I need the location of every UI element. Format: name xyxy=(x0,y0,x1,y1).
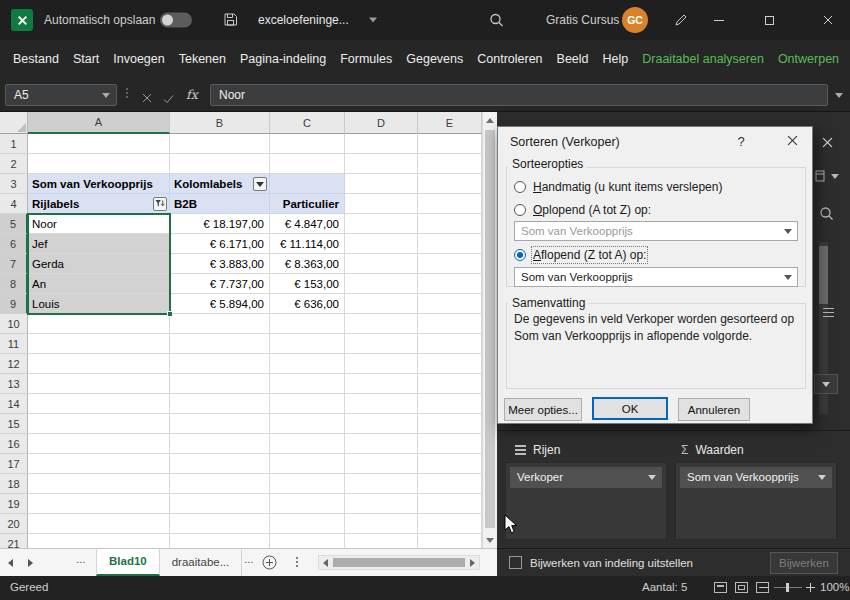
cell-C16[interactable] xyxy=(270,434,345,454)
cell-C11[interactable] xyxy=(270,334,345,354)
vertical-scrollbar[interactable] xyxy=(482,112,497,548)
maximize-button[interactable] xyxy=(752,0,786,40)
insert-function-button[interactable]: fx xyxy=(186,87,198,102)
column-header-A[interactable]: A xyxy=(28,112,170,134)
radio-ascending[interactable] xyxy=(514,204,526,216)
ribbon-tab-ontwerpen[interactable]: Ontwerpen xyxy=(771,40,846,78)
cell-B18[interactable] xyxy=(170,474,270,494)
cell-B4[interactable]: B2B xyxy=(170,194,270,214)
row-header-7[interactable]: 7 xyxy=(0,254,28,274)
cell-C5[interactable]: € 4.847,00 xyxy=(270,214,345,234)
row-header-15[interactable]: 15 xyxy=(0,414,28,434)
cell-D7[interactable] xyxy=(345,254,418,274)
update-button[interactable]: Bijwerken xyxy=(770,552,838,574)
zoom-in-icon[interactable] xyxy=(806,583,815,592)
close-button[interactable] xyxy=(806,0,850,40)
cell-A13[interactable] xyxy=(28,374,170,394)
cell-B15[interactable] xyxy=(170,414,270,434)
cell-D8[interactable] xyxy=(345,274,418,294)
cell-A10[interactable] xyxy=(28,314,170,334)
radio-row-descending[interactable]: Aflopend (Z tot A) op: xyxy=(514,248,646,262)
dialog-close-button[interactable] xyxy=(787,135,798,146)
cell-E16[interactable] xyxy=(418,434,482,454)
sheet-nav-right-icon[interactable] xyxy=(28,559,33,567)
cell-B9[interactable]: € 5.894,00 xyxy=(170,294,270,314)
defer-layout-checkbox[interactable] xyxy=(509,556,522,569)
cell-D16[interactable] xyxy=(345,434,418,454)
cell-A20[interactable] xyxy=(28,514,170,534)
cell-D13[interactable] xyxy=(345,374,418,394)
cell-B8[interactable]: € 7.737,00 xyxy=(170,274,270,294)
name-box[interactable]: A5 xyxy=(5,84,117,106)
cell-D12[interactable] xyxy=(345,354,418,374)
row-header-12[interactable]: 12 xyxy=(0,354,28,374)
radio-manual[interactable] xyxy=(514,181,526,193)
row-header-9[interactable]: 9 xyxy=(0,294,28,314)
cell-D9[interactable] xyxy=(345,294,418,314)
cell-E18[interactable] xyxy=(418,474,482,494)
cell-A19[interactable] xyxy=(28,494,170,514)
sheet-nav-left-icon[interactable] xyxy=(8,559,13,567)
select-all-corner[interactable] xyxy=(0,112,28,134)
search-icon[interactable] xyxy=(489,13,504,28)
cell-B14[interactable] xyxy=(170,394,270,414)
cancel-button[interactable]: Annuleren xyxy=(678,398,750,421)
cell-E6[interactable] xyxy=(418,234,482,254)
zoom-out-icon[interactable] xyxy=(760,587,769,588)
cell-C14[interactable] xyxy=(270,394,345,414)
cell-A1[interactable] xyxy=(28,134,170,154)
page-layout-view-icon[interactable] xyxy=(735,582,748,593)
areas-options-dropdown[interactable] xyxy=(814,374,838,394)
cell-E5[interactable] xyxy=(418,214,482,234)
column-header-D[interactable]: D xyxy=(345,112,418,134)
pane-search-icon[interactable] xyxy=(819,206,834,221)
cell-A21[interactable] xyxy=(28,534,170,548)
cell-C15[interactable] xyxy=(270,414,345,434)
sheet-list-ellipsis-2[interactable]: ... xyxy=(244,553,254,565)
cell-B11[interactable] xyxy=(170,334,270,354)
cell-C6[interactable]: € 11.114,00 xyxy=(270,234,345,254)
hscroll-left-icon[interactable] xyxy=(323,559,328,567)
row-header-14[interactable]: 14 xyxy=(0,394,28,414)
cell-C1[interactable] xyxy=(270,134,345,154)
cell-C20[interactable] xyxy=(270,514,345,534)
chevron-down-icon[interactable] xyxy=(784,275,792,280)
row-header-11[interactable]: 11 xyxy=(0,334,28,354)
cell-C9[interactable]: € 636,00 xyxy=(270,294,345,314)
horizontal-scroll-thumb[interactable] xyxy=(333,558,465,567)
values-area-well[interactable]: Som van Verkoopprijs xyxy=(675,462,837,540)
ok-button[interactable]: OK xyxy=(592,397,668,420)
chevron-down-icon[interactable] xyxy=(818,475,826,480)
new-sheet-button[interactable] xyxy=(262,555,277,570)
formula-input[interactable]: Noor xyxy=(210,84,828,106)
descending-field-select[interactable]: Som van Verkoopprijs xyxy=(514,267,798,287)
cell-D5[interactable] xyxy=(345,214,418,234)
ribbon-tab-controleren[interactable]: Controleren xyxy=(470,40,549,78)
cell-E7[interactable] xyxy=(418,254,482,274)
cell-A8[interactable]: An xyxy=(28,274,170,294)
avatar[interactable]: GC xyxy=(622,7,648,33)
row-header-18[interactable]: 18 xyxy=(0,474,28,494)
row-header-1[interactable]: 1 xyxy=(0,134,28,154)
cell-A17[interactable] xyxy=(28,454,170,474)
radio-row-ascending[interactable]: Oplopend (A tot Z) op: xyxy=(514,203,651,217)
cell-B2[interactable] xyxy=(170,154,270,174)
column-header-C[interactable]: C xyxy=(270,112,345,134)
save-icon[interactable] xyxy=(223,12,238,28)
row-header-17[interactable]: 17 xyxy=(0,454,28,474)
cell-A18[interactable] xyxy=(28,474,170,494)
pane-scroll-thumb[interactable] xyxy=(819,246,828,304)
cell-E12[interactable] xyxy=(418,354,482,374)
ribbon-tab-gegevens[interactable]: Gegevens xyxy=(399,40,470,78)
cell-C3[interactable] xyxy=(270,174,345,194)
cell-C21[interactable] xyxy=(270,534,345,548)
cell-B17[interactable] xyxy=(170,454,270,474)
cell-D17[interactable] xyxy=(345,454,418,474)
cell-A5[interactable]: Noor xyxy=(28,214,170,234)
enter-entry-icon[interactable] xyxy=(163,90,174,100)
cell-E1[interactable] xyxy=(418,134,482,154)
sheet-tab-draaitabe[interactable]: draaitabe... xyxy=(160,549,243,576)
rows-field-chip[interactable]: Verkoper xyxy=(510,467,662,488)
cell-C17[interactable] xyxy=(270,454,345,474)
cell-B13[interactable] xyxy=(170,374,270,394)
